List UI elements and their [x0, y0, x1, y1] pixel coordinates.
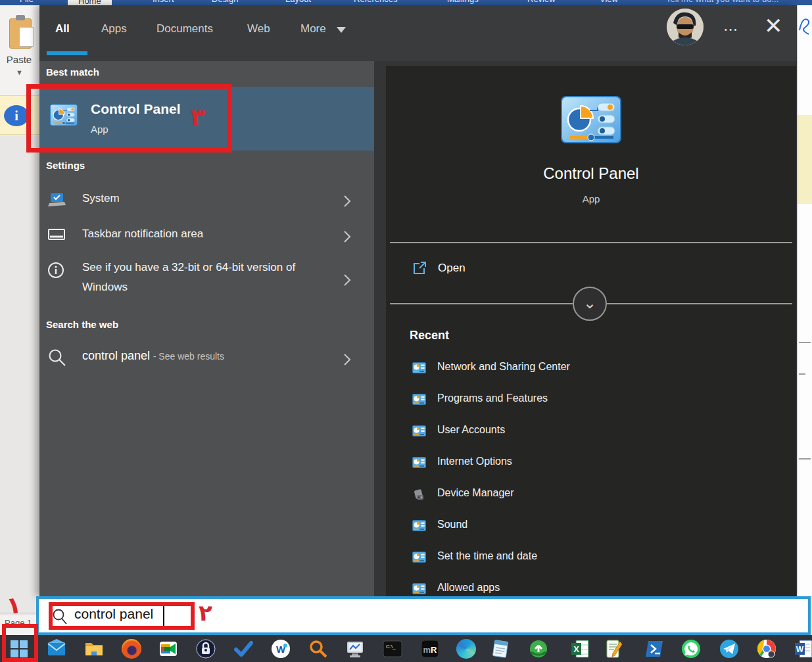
control-panel-icon	[412, 457, 426, 468]
active-tab-underline	[47, 51, 87, 55]
taskbar-mremoteng-icon[interactable]: mR	[420, 639, 440, 659]
tell-me-box[interactable]: Tell me what you want to do...	[666, 0, 778, 4]
control-panel-icon	[412, 552, 426, 563]
taskbar-powershell-icon[interactable]	[645, 639, 665, 659]
taskbar-search-orange-icon[interactable]	[308, 639, 328, 659]
svg-text:X: X	[573, 644, 579, 654]
ribbon-tab-mailings[interactable]: Mailings	[447, 0, 479, 4]
recent-item[interactable]: User Accounts	[386, 416, 796, 448]
tab-apps[interactable]: Apps	[101, 22, 127, 35]
taskbar-google-meet-icon[interactable]	[158, 639, 178, 659]
taskbar-excel-icon[interactable]: X	[570, 639, 590, 659]
ink-annotation-squiggle	[798, 12, 811, 38]
svg-text:W: W	[796, 645, 804, 654]
recent-item[interactable]: Device Manager	[386, 479, 796, 511]
taskbar: W C:\_ mR X	[0, 635, 812, 662]
taskbar-firefox-icon[interactable]	[122, 639, 141, 659]
more-options-icon[interactable]: ⋯	[723, 21, 740, 38]
doc-line	[799, 373, 805, 375]
word-ribbon-tabs: File Home Insert Design Layout Reference…	[0, 0, 812, 5]
settings-result-32bit-64bit[interactable]: See if you have a 32-bit or 64-bit versi…	[39, 255, 374, 304]
ribbon-tab-review[interactable]: Review	[527, 0, 556, 4]
recent-item[interactable]: Allowed apps	[386, 574, 796, 596]
recent-item-label: Set the time and date	[437, 550, 537, 562]
word-document-sliver	[797, 5, 812, 596]
recent-item[interactable]: Network and Sharing Center	[386, 353, 796, 385]
recent-item[interactable]: Sound	[386, 511, 796, 542]
close-icon[interactable]: ✕	[764, 14, 783, 37]
recent-item[interactable]: Internet Options	[386, 448, 796, 479]
taskbar-idm-icon[interactable]	[529, 639, 548, 659]
doc-line	[799, 458, 811, 460]
paste-button[interactable]: Paste	[0, 54, 38, 65]
taskbar-doc-pencil-icon[interactable]	[604, 639, 623, 659]
tab-more[interactable]: More	[300, 22, 326, 35]
open-action[interactable]: Open	[386, 255, 796, 284]
control-panel-icon	[412, 520, 426, 531]
taskbar-keepass-icon[interactable]	[196, 639, 216, 659]
taskbar-white-circle-app-icon[interactable]: W	[271, 639, 291, 659]
control-panel-icon	[412, 362, 426, 373]
best-match-header: Best match	[46, 66, 99, 78]
recent-item-label: Allowed apps	[437, 582, 500, 594]
recent-item-label: Internet Options	[437, 456, 512, 467]
ribbon-tab-insert[interactable]: Insert	[153, 0, 174, 4]
tab-web[interactable]: Web	[247, 22, 270, 35]
tab-documents[interactable]: Documents	[156, 22, 213, 35]
settings-item-label: System	[82, 192, 120, 205]
settings-result-system[interactable]: System	[39, 184, 374, 217]
user-avatar[interactable]	[667, 9, 704, 45]
annotation-box-step1	[2, 624, 38, 662]
ribbon-tab-design[interactable]: Design	[212, 0, 238, 4]
device-manager-icon	[412, 488, 426, 501]
info-icon: i	[4, 105, 29, 126]
control-panel-icon	[561, 96, 621, 143]
taskbar-area-icon	[47, 227, 66, 242]
info-icon	[47, 262, 64, 279]
paste-dropdown-caret-icon[interactable]: ▼	[16, 68, 23, 76]
preview-card: Control Panel App Open ⌄ Recent	[386, 66, 796, 596]
expand-chevron-button[interactable]: ⌄	[573, 287, 607, 321]
ribbon-tab-home[interactable]: Home	[68, 0, 112, 5]
taskbar-word-icon[interactable]: W	[794, 639, 812, 659]
highlighted-text-sliver	[798, 115, 812, 204]
annotation-number-2: ۲	[199, 600, 212, 626]
recent-item-label: Programs and Features	[437, 392, 548, 404]
search-icon	[47, 348, 67, 367]
taskbar-notepad-icon[interactable]	[490, 639, 510, 659]
taskbar-mail-icon[interactable]	[47, 639, 66, 659]
system-laptop-icon	[47, 192, 66, 208]
chevron-right-icon	[343, 230, 351, 243]
chevron-down-icon	[337, 27, 346, 33]
taskbar-whatsapp-icon[interactable]	[681, 639, 701, 659]
paste-clipboard-icon[interactable]	[9, 18, 32, 49]
ribbon-tab-layout[interactable]: Layout	[285, 0, 311, 4]
ribbon-tab-view[interactable]: View	[600, 0, 618, 4]
taskbar-telegram-icon[interactable]	[719, 639, 739, 659]
web-result-control-panel[interactable]: control panel - See web results	[39, 343, 374, 375]
taskbar-cmd-icon[interactable]: C:\_	[383, 639, 402, 659]
taskbar-edge-icon[interactable]	[456, 639, 476, 659]
chevron-right-icon	[343, 273, 351, 287]
ribbon-tab-file[interactable]: File	[20, 0, 34, 4]
taskbar-chrome-icon[interactable]	[757, 639, 776, 659]
ribbon-tab-references[interactable]: References	[354, 0, 397, 4]
svg-text:mR: mR	[423, 645, 438, 655]
open-external-icon	[412, 260, 427, 276]
preview-title: Control Panel	[386, 164, 796, 183]
settings-header: Settings	[46, 160, 85, 171]
recent-item[interactable]: Set the time and date	[386, 542, 796, 574]
screen: File Home Insert Design Layout Reference…	[0, 0, 812, 662]
taskbar-file-explorer-icon[interactable]	[84, 639, 104, 659]
taskbar-system-monitor-icon[interactable]	[345, 639, 365, 659]
taskbar-todo-check-icon[interactable]	[233, 639, 253, 659]
annotation-number-3: ۳	[191, 104, 205, 131]
svg-text:C:\_: C:\_	[386, 644, 396, 650]
recent-header: Recent	[410, 329, 449, 343]
settings-result-taskbar-notification[interactable]: Taskbar notification area	[39, 220, 374, 252]
preview-subtitle: App	[386, 193, 796, 204]
tab-all[interactable]: All	[55, 22, 70, 35]
control-panel-icon	[412, 394, 426, 405]
recent-item[interactable]: Programs and Features	[386, 385, 796, 416]
recent-item-label: Network and Sharing Center	[437, 361, 570, 373]
